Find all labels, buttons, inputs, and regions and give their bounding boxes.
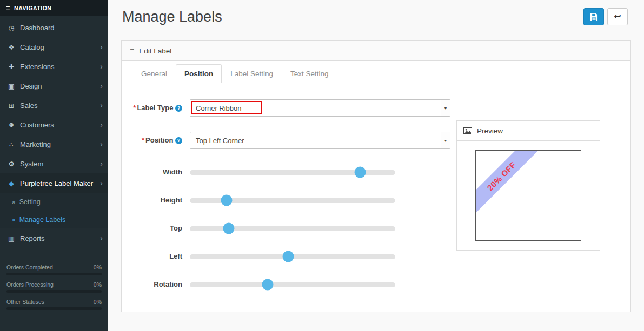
sidebar-item-system[interactable]: ⚙System› (0, 154, 108, 173)
label-preview-box: 20% OFF (475, 150, 581, 241)
sidebar-item-purpletree-label-maker[interactable]: ◆Purpletree Label Maker› (0, 173, 108, 193)
sidebar-subitem-setting[interactable]: »Setting (0, 193, 108, 211)
dropdown-arrow-icon: ▼ (441, 100, 450, 116)
top-slider-track[interactable] (190, 226, 395, 231)
tab-general[interactable]: General (132, 64, 176, 83)
sidebar-subitem-manage-labels[interactable]: »Manage Labels (0, 211, 108, 228)
stat-value: 0% (94, 264, 102, 271)
double-angle-icon: » (12, 216, 16, 224)
sidebar-item-label: Purpletree Label Maker (20, 179, 96, 187)
panel-body: GeneralPositionLabel SettingText Setting… (122, 61, 630, 312)
sidebar-header-label: NAVIGATION (14, 5, 51, 11)
chevron-right-icon: › (100, 102, 103, 109)
sidebar-item-catalog[interactable]: ❖Catalog› (0, 37, 108, 57)
sidebar-item-label: Sales (20, 102, 96, 110)
chevron-right-icon: › (100, 121, 103, 129)
form-row-height: Height (132, 192, 465, 208)
preview-panel: Preview 20% OFF (456, 120, 600, 251)
help-icon[interactable]: ? (175, 137, 182, 144)
sidebar-item-extensions[interactable]: ✚Extensions› (0, 57, 108, 76)
sidebar-navigation-header[interactable]: ≡ NAVIGATION (0, 0, 108, 16)
chevron-right-icon: › (100, 234, 103, 242)
label-type-select[interactable]: Corner Ribbon ▼ (190, 99, 450, 117)
sidebar-subitem-label: Manage Labels (19, 216, 65, 224)
back-button[interactable]: ↩ (607, 8, 628, 25)
corner-ribbon: 20% OFF (475, 150, 557, 232)
monitor-icon: ▣ (7, 82, 16, 90)
save-button[interactable] (583, 8, 604, 25)
tab-position[interactable]: Position (176, 64, 222, 83)
label-type-selected-value: Corner Ribbon (190, 104, 441, 112)
stat-row: Orders Processing0% (6, 281, 102, 288)
tag-icon: ◆ (7, 179, 16, 187)
form-area: *Label Type ? Corner Ribbon ▼ *Position (132, 99, 465, 293)
rotation-slider-handle[interactable] (262, 279, 274, 291)
stat-label: Orders Completed (6, 264, 53, 271)
sidebar-item-reports[interactable]: ▥Reports› (0, 228, 108, 248)
width-slider-handle[interactable] (355, 167, 366, 178)
sidebar-stat: Orders Processing0% (6, 281, 102, 293)
sidebar-item-label: Dashboard (20, 24, 103, 32)
puzzle-icon: ✚ (7, 63, 16, 71)
help-icon[interactable]: ? (175, 105, 182, 112)
required-marker: * (133, 104, 136, 112)
image-icon (463, 127, 472, 134)
chevron-right-icon: › (100, 140, 103, 148)
edit-label-panel: ≡ Edit Label GeneralPositionLabel Settin… (121, 40, 631, 312)
top-slider-label: Top (132, 223, 182, 234)
gear-icon: ⚙ (7, 160, 16, 168)
sidebar-item-dashboard[interactable]: ◷Dashboard (0, 18, 108, 37)
chevron-right-icon: › (100, 160, 103, 167)
ribbon-text: 20% OFF (485, 160, 517, 192)
width-slider-track[interactable] (190, 170, 395, 175)
sidebar-item-label: Reports (20, 234, 96, 242)
label-type-label: *Label Type ? (132, 103, 182, 113)
form-row-rotation: Rotation (132, 276, 465, 293)
progress-bar (6, 273, 102, 275)
preview-heading: Preview (457, 121, 600, 141)
tab-label-setting[interactable]: Label Setting (222, 64, 282, 83)
form-row-position: *Position ? Top Left Corner ▼ (132, 132, 465, 149)
position-selected-value: Top Left Corner (190, 137, 441, 145)
panel-title: Edit Label (139, 47, 171, 55)
sidebar-subitem-label: Setting (19, 198, 41, 206)
bar-chart-icon: ▥ (7, 234, 16, 242)
height-slider-handle[interactable] (221, 195, 233, 206)
height-slider-track[interactable] (190, 198, 395, 203)
width-slider-label: Width (132, 167, 182, 178)
tab-text-setting[interactable]: Text Setting (282, 64, 337, 83)
stat-label: Orders Processing (6, 281, 54, 288)
rotation-slider-label: Rotation (132, 279, 182, 290)
preview-body: 20% OFF (457, 141, 600, 250)
top-slider-handle[interactable] (223, 223, 235, 234)
sidebar-item-sales[interactable]: ⊞Sales› (0, 96, 108, 115)
sidebar-item-customers[interactable]: ☻Customers› (0, 115, 108, 134)
sidebar-item-label: Customers (20, 121, 96, 129)
sidebar-item-design[interactable]: ▣Design› (0, 76, 108, 96)
header-actions: ↩ (583, 6, 628, 25)
left-slider-track[interactable] (190, 254, 395, 259)
sidebar-stats: Orders Completed0%Orders Processing0%Oth… (0, 264, 108, 316)
sidebar-item-marketing[interactable]: ∴Marketing› (0, 134, 108, 154)
sidebar-item-label: Design (20, 82, 96, 90)
rotation-slider-track[interactable] (190, 282, 395, 287)
preview-title: Preview (477, 127, 503, 135)
progress-bar (6, 307, 102, 310)
form-row-label-type: *Label Type ? Corner Ribbon ▼ (132, 99, 465, 117)
main-content: Manage Labels ↩ ≡ E (108, 0, 644, 331)
position-label-text: Position (145, 136, 173, 144)
back-icon: ↩ (614, 12, 621, 21)
stat-label: Other Statuses (6, 299, 44, 305)
chevron-right-icon: › (100, 82, 103, 90)
stat-row: Other Statuses0% (6, 299, 102, 305)
user-icon: ☻ (7, 121, 16, 129)
left-slider-handle[interactable] (283, 251, 294, 262)
position-select[interactable]: Top Left Corner ▼ (190, 132, 450, 149)
save-icon (590, 13, 598, 21)
app-root: ≡ NAVIGATION ◷Dashboard❖Catalog›✚Extensi… (0, 0, 644, 331)
share-icon: ∴ (7, 140, 16, 148)
label-type-label-text: Label Type (137, 104, 173, 112)
form-row-left: Left (132, 248, 465, 265)
stat-value: 0% (94, 281, 102, 288)
sliders-group: WidthHeightTopLeftRotation (132, 164, 465, 293)
